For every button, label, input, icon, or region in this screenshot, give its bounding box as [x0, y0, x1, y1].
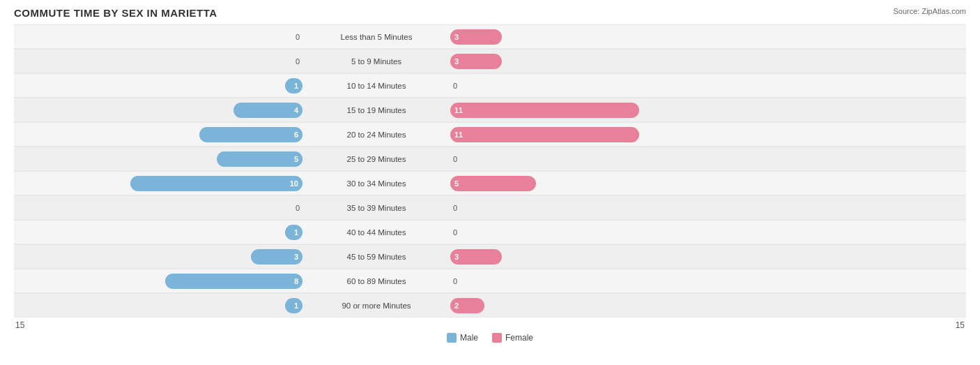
bar-label: 60 to 89 Minutes	[307, 277, 446, 285]
bar-row: 620 to 24 Minutes11	[14, 122, 966, 147]
female-bar: 2	[450, 298, 484, 313]
bar-label: 35 to 39 Minutes	[307, 204, 446, 212]
right-section: 0	[446, 147, 739, 170]
left-section: 4	[14, 98, 307, 121]
bar-row: 345 to 59 Minutes3	[14, 244, 966, 269]
female-value-outside: 0	[453, 204, 457, 212]
right-section: 5	[446, 172, 739, 195]
axis-left-label: 15	[14, 320, 307, 330]
bar-row: 525 to 29 Minutes0	[14, 147, 966, 171]
bar-label: 30 to 34 Minutes	[307, 179, 446, 188]
left-section: 10	[14, 172, 307, 195]
chart-title: COMMUTE TIME BY SEX IN MARIETTA	[14, 7, 966, 19]
left-section: 1	[14, 294, 307, 317]
legend: Male Female	[14, 333, 966, 343]
bar-row: 05 to 9 Minutes3	[14, 49, 966, 73]
bar-row: 415 to 19 Minutes11	[14, 98, 966, 122]
left-section: 0	[14, 50, 307, 73]
male-bar: 5	[217, 151, 303, 167]
right-section: 2	[446, 294, 739, 317]
left-section: 0	[14, 25, 307, 48]
legend-male-label: Male	[460, 333, 478, 343]
source-text: Source: ZipAtlas.com	[893, 7, 966, 15]
bar-label: Less than 5 Minutes	[307, 33, 446, 41]
bar-row: 0Less than 5 Minutes3	[14, 24, 966, 49]
right-section: 11	[446, 123, 739, 146]
female-bar: 3	[450, 249, 502, 265]
male-bar: 6	[199, 127, 303, 142]
female-value-outside: 0	[453, 228, 457, 237]
bar-label: 40 to 44 Minutes	[307, 228, 446, 237]
legend-male-box	[447, 333, 457, 343]
bar-label: 15 to 19 Minutes	[307, 106, 446, 114]
right-section: 3	[446, 245, 739, 268]
male-bar: 4	[233, 103, 303, 118]
bars-area: 0Less than 5 Minutes305 to 9 Minutes3110…	[14, 24, 966, 318]
axis-right-label: 15	[673, 320, 966, 330]
left-section: 0	[14, 196, 307, 219]
female-bar: 3	[450, 29, 502, 45]
female-value-outside: 0	[453, 277, 457, 285]
chart-container: COMMUTE TIME BY SEX IN MARIETTA Source: …	[0, 0, 980, 365]
right-section: 11	[446, 98, 739, 121]
bar-row: 140 to 44 Minutes0	[14, 220, 966, 244]
right-section: 3	[446, 50, 739, 73]
bar-label: 90 or more Minutes	[307, 301, 446, 310]
bar-row: 035 to 39 Minutes0	[14, 195, 966, 220]
left-section: 6	[14, 123, 307, 146]
male-bar: 8	[165, 274, 303, 289]
left-section: 5	[14, 147, 307, 170]
male-bar: 1	[285, 78, 303, 94]
legend-female-box	[492, 333, 502, 343]
axis-labels: 15 15	[14, 320, 966, 330]
legend-female-label: Female	[505, 333, 533, 343]
right-section: 3	[446, 25, 739, 48]
bar-label: 10 to 14 Minutes	[307, 82, 446, 90]
bar-row: 860 to 89 Minutes0	[14, 269, 966, 293]
axis-center-spacer	[420, 320, 560, 330]
female-value-outside: 0	[453, 82, 457, 90]
bar-label: 20 to 24 Minutes	[307, 131, 446, 139]
male-value-outside: 0	[296, 204, 300, 212]
bar-label: 25 to 29 Minutes	[307, 155, 446, 163]
left-section: 1	[14, 74, 307, 97]
female-bar: 5	[450, 176, 536, 191]
male-bar: 1	[285, 298, 303, 313]
left-section: 1	[14, 221, 307, 244]
right-section: 0	[446, 74, 739, 97]
bar-row: 190 or more Minutes2	[14, 293, 966, 318]
bar-row: 1030 to 34 Minutes5	[14, 171, 966, 195]
bar-label: 45 to 59 Minutes	[307, 253, 446, 261]
female-bar: 11	[450, 103, 639, 118]
legend-male: Male	[447, 333, 478, 343]
right-section: 0	[446, 221, 739, 244]
male-bar: 3	[251, 249, 303, 265]
right-section: 0	[446, 269, 739, 292]
male-value-outside: 0	[296, 33, 300, 41]
right-section: 0	[446, 196, 739, 219]
bar-label: 5 to 9 Minutes	[307, 57, 446, 66]
male-bar: 10	[130, 176, 303, 191]
female-bar: 3	[450, 54, 502, 69]
left-section: 8	[14, 269, 307, 292]
female-value-outside: 0	[453, 155, 457, 163]
legend-female: Female	[492, 333, 533, 343]
male-value-outside: 0	[296, 57, 300, 66]
left-section: 3	[14, 245, 307, 268]
bar-row: 110 to 14 Minutes0	[14, 73, 966, 98]
female-bar: 11	[450, 127, 639, 142]
male-bar: 1	[285, 225, 303, 240]
